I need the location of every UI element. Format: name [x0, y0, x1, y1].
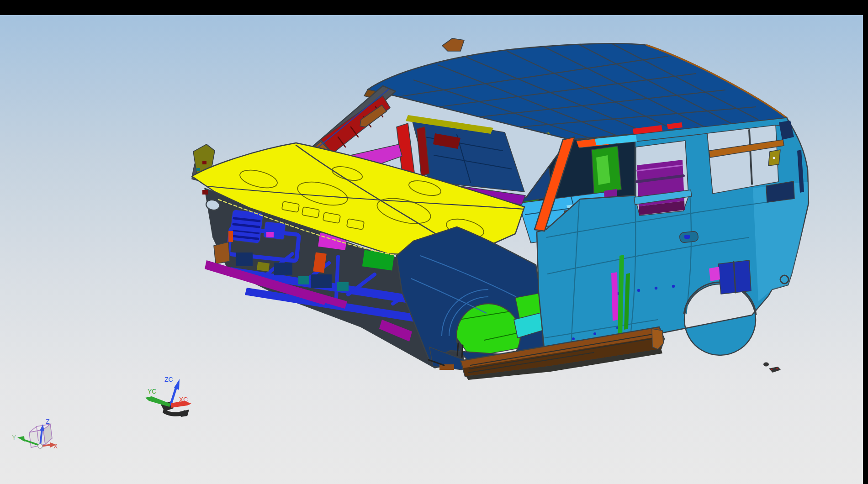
header-bracket-brown[interactable]: [442, 38, 464, 51]
cowl-side-red-dot: [202, 161, 206, 164]
engine-teal-1[interactable]: [298, 276, 309, 284]
floating-part-bracket[interactable]: [769, 367, 781, 373]
engine-teal-2[interactable]: [337, 282, 349, 291]
navy-block-3[interactable]: [311, 274, 332, 288]
bumper-corner-brown[interactable]: [439, 364, 454, 370]
yc-axis-arrow[interactable]: [145, 396, 170, 407]
cowl-side-teal-dot: [196, 168, 200, 171]
bracket-hole: [773, 157, 775, 159]
yc-axis-label[interactable]: YC: [148, 388, 156, 395]
quarter-window-opening[interactable]: [707, 125, 778, 194]
wcs-triad[interactable]: ZC YC XC: [145, 376, 191, 417]
frame-brown-piece[interactable]: [214, 242, 230, 264]
engine-magenta-1[interactable]: [266, 232, 274, 237]
arch-magenta-sliver[interactable]: [709, 267, 720, 281]
xc-axis-label[interactable]: XC: [179, 396, 188, 403]
door-handle-blue: [684, 235, 690, 239]
engine-olive-bit[interactable]: [257, 262, 270, 271]
navy-block-2[interactable]: [274, 263, 292, 275]
z-axis-label: Z: [46, 418, 50, 425]
y-axis-arrowhead: [17, 436, 25, 442]
floating-part-red-dot-1: [771, 368, 773, 370]
car-body-model[interactable]: [192, 38, 809, 380]
engine-orange-sliver[interactable]: [228, 231, 233, 242]
origin-ball: [38, 444, 42, 448]
application-screen: ZC YC XC Z Y X: [0, 0, 868, 484]
y-axis-label: Y: [12, 434, 16, 441]
zc-axis-label[interactable]: ZC: [164, 376, 173, 383]
floating-part-red-dot-2: [776, 368, 778, 369]
front-dark-red-bit[interactable]: [202, 190, 208, 195]
scene-svg: ZC YC XC Z Y X: [0, 0, 868, 484]
x-axis-label: X: [53, 442, 58, 450]
navy-block-1[interactable]: [236, 253, 253, 266]
absolute-csys-triad: Z Y X: [12, 418, 58, 450]
floating-part-small[interactable]: [763, 363, 769, 367]
